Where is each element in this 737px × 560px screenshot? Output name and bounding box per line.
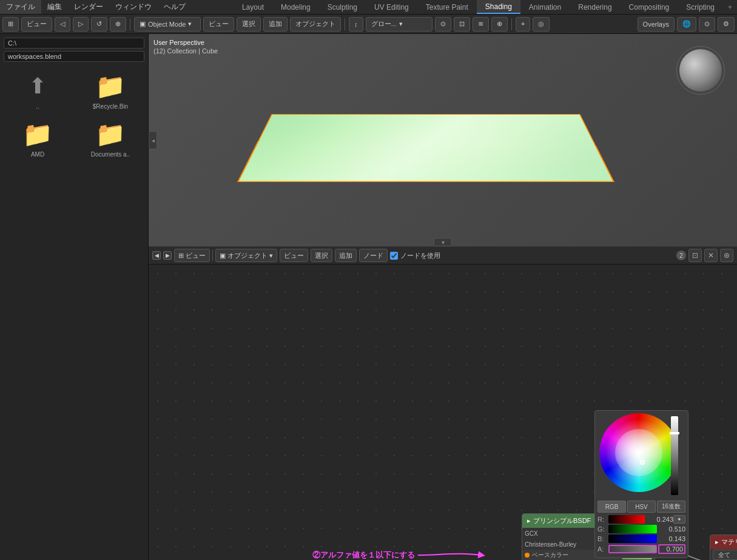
output-dropdown-row: 全て <box>710 549 737 560</box>
app-layout: ファイル 編集 レンダー ウィンドウ ヘルプ Layout Modeling S… <box>0 0 737 560</box>
proportional-btn[interactable]: ◎ <box>533 17 550 32</box>
view-btn-2[interactable]: ビュー <box>203 17 234 32</box>
nav-home[interactable]: ⊕ <box>110 17 126 32</box>
tab-hsv[interactable]: HSV <box>627 501 656 513</box>
transform-btn[interactable]: ↕ <box>349 17 363 32</box>
menu-edit[interactable]: 編集 <box>41 0 68 14</box>
shader-select-btn[interactable]: 選択 <box>311 249 332 262</box>
folder-icon: 📁 <box>96 120 125 149</box>
sep-1 <box>130 18 130 30</box>
main-toolbar: ⊞ ビュー ◁ ▷ ↺ ⊕ ▣ Object Mode ▾ ビュー 選択 追加 … <box>0 15 737 34</box>
a-value[interactable]: 0.700 <box>658 544 685 554</box>
shader-toggle-2[interactable]: ▶ <box>163 251 172 260</box>
tab-sculpting[interactable]: Sculpting <box>319 0 366 14</box>
tab-compositing[interactable]: Compositing <box>621 0 678 14</box>
path-display: C:\ <box>4 38 144 49</box>
tab-rendering[interactable]: Rendering <box>570 0 620 14</box>
material-output-header: ▸ マテリアル出力 <box>710 535 737 549</box>
camera-perspective-btn[interactable]: ⊙ <box>699 17 715 32</box>
file-item-amd[interactable]: 📁 AMD <box>4 117 72 160</box>
shader-node-btn[interactable]: ノード <box>359 249 388 262</box>
collapse-handle-left[interactable]: ◂ <box>149 131 157 149</box>
g-value[interactable]: 0.510 <box>658 525 685 533</box>
tab-scripting[interactable]: Scripting <box>678 0 723 14</box>
chevron-icon: ▾ <box>269 252 273 260</box>
tab-texture-paint[interactable]: Texture Paint <box>417 0 477 14</box>
g-channel: G: 0.510 <box>597 525 685 533</box>
tab-animation[interactable]: Animation <box>520 0 570 14</box>
file-item-parent[interactable]: ⬆ .. <box>4 69 72 112</box>
node-editor: ▸ プリンシプルBSDF GCX Christensen-Burley ベースカ… <box>149 265 737 560</box>
overlays-btn[interactable]: Overlays <box>638 17 675 32</box>
file-item-label: .. <box>36 103 39 110</box>
vis-btn-4[interactable]: ⊕ <box>491 17 508 32</box>
r-bar[interactable] <box>608 515 645 524</box>
collapse-handle-bottom[interactable]: ▾ <box>434 238 452 246</box>
tab-rgb[interactable]: RGB <box>597 501 626 513</box>
world-btn[interactable]: 🌐 <box>677 17 696 32</box>
collection-label: (12) Collection | Cube <box>153 47 218 55</box>
vis-btn-3[interactable]: ≋ <box>473 17 489 32</box>
shader-view-btn2[interactable]: ビュー <box>280 249 308 262</box>
global-label: グロー... <box>371 19 397 29</box>
use-nodes-toggle[interactable]: ノードを使用 <box>390 251 440 260</box>
b-bar[interactable] <box>608 535 657 543</box>
toolbar-icon-btn[interactable]: ⊞ <box>2 17 19 32</box>
output-dropdown[interactable]: 全て <box>713 550 737 560</box>
shader-icon-3[interactable]: ⊛ <box>720 249 733 262</box>
color-wheel-container[interactable] <box>599 413 684 498</box>
select-btn[interactable]: 選択 <box>237 17 261 32</box>
tab-modeling[interactable]: Modeling <box>272 0 319 14</box>
menu-render[interactable]: レンダー <box>68 0 109 14</box>
shader-toolbar: ◀ ▶ ⊞ ビュー ▣ オブジェクト ▾ ビュー 選択 追加 ノード <box>149 246 737 265</box>
shader-icon-1[interactable]: ⊡ <box>688 249 702 262</box>
tab-uv-editing[interactable]: UV Editing <box>366 0 417 14</box>
vis-btn-1[interactable]: ⊙ <box>435 17 451 32</box>
brightness-bar[interactable] <box>671 416 678 495</box>
color-wheel[interactable] <box>599 413 678 492</box>
shader-icon-2[interactable]: ✕ <box>704 249 718 262</box>
tab-layout[interactable]: Layout <box>234 0 272 14</box>
a-bar[interactable] <box>608 545 657 553</box>
r-channel: R: 0.243 ✦ <box>597 515 685 524</box>
file-item-recycle[interactable]: 📁 $Recycle.Bin <box>76 69 144 112</box>
r-value[interactable]: 0.243 <box>646 516 673 523</box>
global-dropdown[interactable]: グロー... ▾ <box>366 17 432 32</box>
b-channel: B: 0.143 <box>597 535 685 543</box>
tab-shading[interactable]: Shading <box>477 0 520 14</box>
object-mode-icon: ▣ <box>140 20 146 28</box>
shader-view-btn[interactable]: ⊞ ビュー <box>174 249 210 262</box>
menu-file[interactable]: ファイル <box>0 0 41 14</box>
vis-btn-2[interactable]: ⊡ <box>454 17 470 32</box>
tab-add[interactable]: + <box>723 3 737 12</box>
use-nodes-checkbox[interactable] <box>390 252 398 260</box>
object-mode-dropdown[interactable]: ▣ Object Mode ▾ <box>134 17 201 32</box>
file-item-label: Documents a.. <box>91 151 130 158</box>
nav-refresh[interactable]: ↺ <box>91 17 107 32</box>
brightness-handle[interactable] <box>670 432 679 434</box>
node-title: プリンシプルBSDF <box>533 516 591 525</box>
file-item-documents[interactable]: 📁 Documents a.. <box>76 117 144 160</box>
view-btn[interactable]: ビュー <box>21 17 52 32</box>
file-grid: ⬆ .. 📁 $Recycle.Bin 📁 AMD 📁 Documents a.… <box>4 69 144 160</box>
settings-btn[interactable]: ⚙ <box>718 17 735 32</box>
annotation-arrow-2 <box>415 540 488 560</box>
shader-toggle[interactable]: ◀ <box>152 251 161 260</box>
environment-sphere <box>679 49 722 92</box>
navigation-gizmo[interactable] <box>676 46 725 95</box>
nav-forward[interactable]: ▷ <box>73 17 89 32</box>
menu-window[interactable]: ウィンドウ <box>109 0 158 14</box>
shader-object-mode[interactable]: ▣ オブジェクト ▾ <box>215 249 277 262</box>
object-btn[interactable]: オブジェクト <box>290 17 341 32</box>
menu-help[interactable]: ヘルプ <box>158 0 192 14</box>
sep-3 <box>511 18 512 30</box>
sep-2 <box>345 18 345 30</box>
tab-hex[interactable]: 16進数 <box>657 501 685 513</box>
add-btn[interactable]: 追加 <box>263 17 288 32</box>
g-bar[interactable] <box>608 525 657 533</box>
shader-add-btn[interactable]: 追加 <box>335 249 357 262</box>
nav-back[interactable]: ◁ <box>55 17 70 32</box>
snap-btn[interactable]: ⌖ <box>516 17 530 32</box>
b-value[interactable]: 0.143 <box>658 535 685 542</box>
eyedropper-btn[interactable]: ✦ <box>673 515 685 524</box>
